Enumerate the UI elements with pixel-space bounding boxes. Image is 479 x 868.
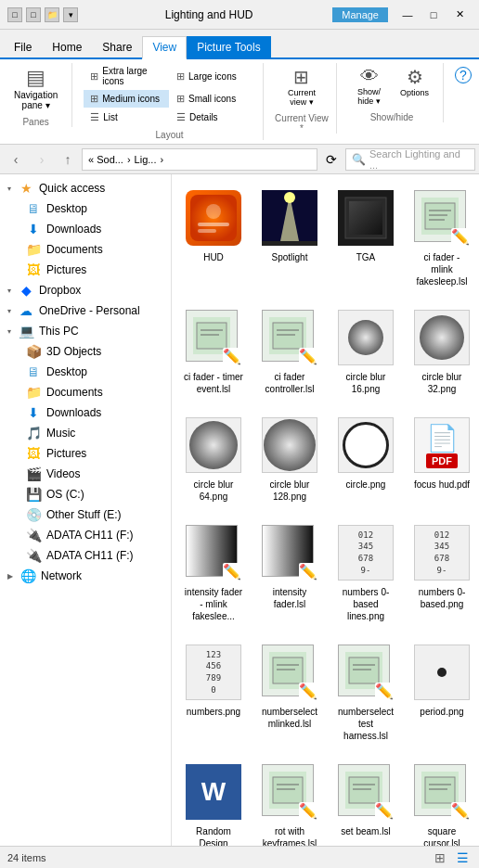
sidebar-desktop-2[interactable]: 🖥 Desktop	[0, 362, 171, 382]
file-item-squarecursor[interactable]: ✏️ square cursor.lsl	[408, 756, 476, 846]
file-item-blur32[interactable]: circle blur 32.png	[408, 301, 476, 402]
view-toggle-grid[interactable]: ⊞	[431, 849, 449, 867]
sidebar-item-pictures[interactable]: 🖼 Pictures 📌	[0, 260, 171, 280]
minimize-button[interactable]: —	[395, 6, 420, 24]
large-icons-btn[interactable]: ⊞ Large icons	[170, 63, 255, 89]
random-design-icon: W	[184, 762, 243, 822]
refresh-button[interactable]: ⟳	[319, 147, 343, 172]
intensity-pencil: ✏️	[223, 563, 241, 581]
sidebar-os-c[interactable]: 💾 OS (C:)	[0, 484, 171, 504]
file-item-blur16[interactable]: circle blur 16.png	[331, 301, 400, 402]
sidebar-item-documents[interactable]: 📁 Documents 📌	[0, 239, 171, 260]
file-item-focushud[interactable]: 📄 PDF focus hud.pdf	[408, 409, 476, 509]
back-button[interactable]: ‹	[4, 147, 28, 172]
search-box[interactable]: 🔍 Search Lighting and ...	[345, 148, 475, 171]
help-icon[interactable]: ?	[455, 67, 472, 83]
sidebar-documents-2[interactable]: 📁 Documents	[0, 382, 171, 402]
file-item-intensity-mlink[interactable]: ✏️ intensity fader - mlink fakeslee...	[179, 517, 248, 629]
file-item-rot-keyframes[interactable]: ✏️ rot with keyframes.lsl	[255, 756, 324, 846]
numbers-icon: 1234567890	[184, 643, 243, 702]
manage-tab[interactable]: Manage	[332, 7, 388, 22]
sidebar-item-desktop[interactable]: 🖥 Desktop 📌	[0, 198, 171, 219]
sidebar-onedrive[interactable]: ▾ ☁ OneDrive - Personal	[0, 300, 171, 321]
address-part-2[interactable]: Lig...	[135, 154, 157, 165]
videos-label: Videos	[46, 467, 163, 480]
details-btn[interactable]: ☰ Details	[170, 108, 255, 126]
file-item-cifader-mlink[interactable]: ✏️ ci fader - mlink fakesleep.lsl	[408, 182, 476, 294]
panes-label: Panes	[7, 113, 64, 127]
file-item-period[interactable]: period.png	[408, 636, 476, 748]
ribbon-group-panes: ▤ Navigationpane ▾ Panes	[7, 63, 72, 127]
sidebar-music[interactable]: 🎵 Music	[0, 423, 171, 443]
3d-icon: 📦	[26, 344, 41, 359]
file-item-numbers[interactable]: 1234567890 numbers.png	[179, 636, 248, 748]
sidebar-network[interactable]: ▶ 🌐 Network	[0, 566, 171, 586]
period-icon	[412, 643, 472, 702]
address-bar[interactable]: « Sod... › Lig... ›	[82, 148, 317, 171]
item-count: 24 items	[7, 852, 46, 863]
squarecursor-name: square cursor.lsl	[412, 825, 472, 846]
svg-rect-12	[425, 203, 455, 229]
file-item-blur64[interactable]: circle blur 64.png	[179, 409, 248, 509]
small-icons-btn[interactable]: ⊞ Small icons	[170, 90, 255, 108]
intensity-lsl-pencil: ✏️	[299, 563, 317, 581]
list-btn[interactable]: ☰ List	[84, 108, 169, 126]
close-button[interactable]: ✕	[447, 6, 472, 24]
tga-file-name: TGA	[356, 251, 376, 263]
tab-home[interactable]: Home	[42, 36, 92, 57]
sidebar-quick-access[interactable]: ▾ ★ Quick access	[0, 178, 171, 198]
sidebar-adata-f2[interactable]: 🔌 ADATA CH11 (F:)	[0, 545, 171, 566]
spotlight-file-icon	[260, 188, 319, 248]
file-item-numbers-based[interactable]: 0123456789- numbers 0-based.png	[408, 517, 476, 629]
current-view-btn[interactable]: ⊞ Currentview ▾	[275, 63, 329, 109]
sidebar-videos[interactable]: 🎬 Videos	[0, 464, 171, 484]
documents-label: Documents	[46, 243, 147, 256]
file-item-blur128[interactable]: circle blur 128.png	[255, 409, 324, 509]
sidebar-pictures-2[interactable]: 🖼 Pictures	[0, 443, 171, 464]
file-item-cifader-timer[interactable]: ✏️ ci fader - timer event.lsl	[179, 301, 248, 402]
tab-share[interactable]: Share	[92, 36, 142, 57]
options-btn[interactable]: ⚙ Options	[394, 63, 435, 108]
up-button[interactable]: ↑	[56, 147, 80, 172]
sidebar-item-downloads[interactable]: ⬇ Downloads 📌	[0, 219, 171, 239]
file-item-random-design[interactable]: W Random Design Notes.docx	[179, 756, 248, 846]
sidebar-this-pc[interactable]: ▾ 💻 This PC	[0, 321, 171, 341]
file-item-numberselect-test[interactable]: ✏️ numberselect test harness.lsl	[331, 636, 400, 748]
address-part-1[interactable]: « Sod...	[88, 154, 123, 165]
cifader-ctrl-icon: ✏️	[260, 308, 319, 367]
tab-file[interactable]: File	[4, 36, 42, 57]
medium-icons-btn[interactable]: ⊞ Medium icons	[84, 90, 169, 108]
circle-img	[338, 417, 394, 473]
focushud-name: focus hud.pdf	[414, 479, 470, 491]
file-item-spotlight[interactable]: Spotlight	[255, 182, 324, 294]
ribbon-tab-bar: File Home Share View Picture Tools	[0, 30, 479, 59]
navigation-pane-btn[interactable]: ▤ Navigationpane ▾	[7, 63, 64, 113]
maximize-button[interactable]: □	[421, 6, 446, 24]
sidebar-other-stuff[interactable]: 💿 Other Stuff (E:)	[0, 504, 171, 525]
sidebar-adata-f1[interactable]: 🔌 ADATA CH11 (F:)	[0, 525, 171, 545]
file-item-numberselect-ml[interactable]: ✏️ numberselect mlinked.lsl	[255, 636, 324, 748]
svg-rect-25	[273, 657, 303, 683]
sidebar-downloads-2[interactable]: ⬇ Downloads	[0, 402, 171, 423]
file-item-numbers-lines[interactable]: 0123456789- numbers 0-based lines.png	[331, 517, 400, 629]
view-toggle-details[interactable]: ☰	[453, 849, 472, 867]
file-item-cifader-ctrl[interactable]: ✏️ ci fader controller.lsl	[255, 301, 324, 402]
squarecursor-file-icon: ✏️	[412, 762, 472, 822]
file-item-intensity-lsl[interactable]: ✏️ intensity fader.lsl	[255, 517, 324, 629]
hud-file-name: HUD	[203, 251, 224, 263]
sidebar-3d-objects[interactable]: 📦 3D Objects	[0, 341, 171, 362]
expand-onedrive-icon: ▾	[7, 307, 11, 315]
file-item-circle[interactable]: circle.png	[331, 409, 400, 509]
file-item-hud[interactable]: HUD	[179, 182, 248, 294]
show-hide-btn[interactable]: 👁 Show/hide ▾	[348, 63, 390, 108]
sidebar-dropbox[interactable]: ▾ ◆ Dropbox	[0, 280, 171, 300]
tab-picture-tools[interactable]: Picture Tools	[187, 36, 270, 57]
file-item-setbeam[interactable]: ✏️ set beam.lsl	[331, 756, 400, 846]
extra-large-icons-btn[interactable]: ⊞ Extra large icons	[84, 63, 169, 89]
rot-keyframes-name: rot with keyframes.lsl	[260, 825, 319, 846]
hud-file-icon	[184, 188, 243, 248]
hud-icon-img	[186, 190, 241, 246]
file-item-tga[interactable]: TGA	[331, 182, 400, 294]
forward-button[interactable]: ›	[30, 147, 54, 172]
tab-view[interactable]: View	[142, 36, 187, 59]
